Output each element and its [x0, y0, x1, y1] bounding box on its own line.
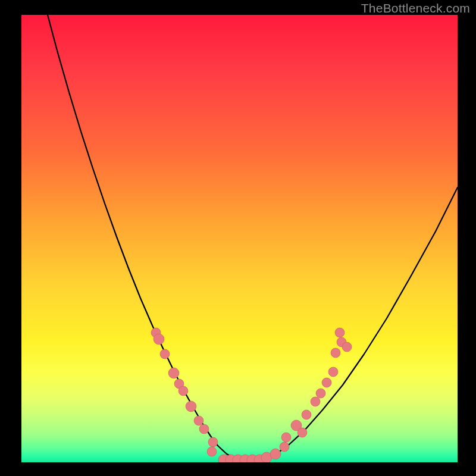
data-marker	[335, 328, 345, 337]
data-marker	[328, 367, 338, 377]
data-marker	[302, 410, 311, 419]
data-marker	[322, 378, 331, 387]
data-marker	[186, 401, 196, 412]
data-marker	[316, 389, 325, 398]
data-marker	[281, 433, 291, 442]
markers-group	[151, 328, 352, 462]
data-marker	[331, 348, 340, 358]
data-marker	[311, 397, 320, 406]
bottleneck-curve	[48, 15, 458, 461]
data-marker	[194, 416, 203, 425]
watermark-text: TheBottleneck.com	[361, 1, 470, 15]
data-marker	[160, 349, 170, 359]
chart-frame: TheBottleneck.com	[0, 0, 476, 476]
data-marker	[168, 368, 179, 378]
data-marker	[207, 447, 217, 456]
data-marker	[178, 386, 188, 396]
chart-svg	[21, 15, 458, 462]
plot-area	[21, 15, 458, 462]
data-marker	[270, 449, 281, 459]
data-marker	[298, 428, 307, 437]
data-marker	[199, 424, 209, 434]
data-marker	[280, 442, 289, 452]
data-marker	[342, 342, 352, 352]
data-marker	[154, 334, 164, 345]
data-marker	[208, 437, 218, 447]
